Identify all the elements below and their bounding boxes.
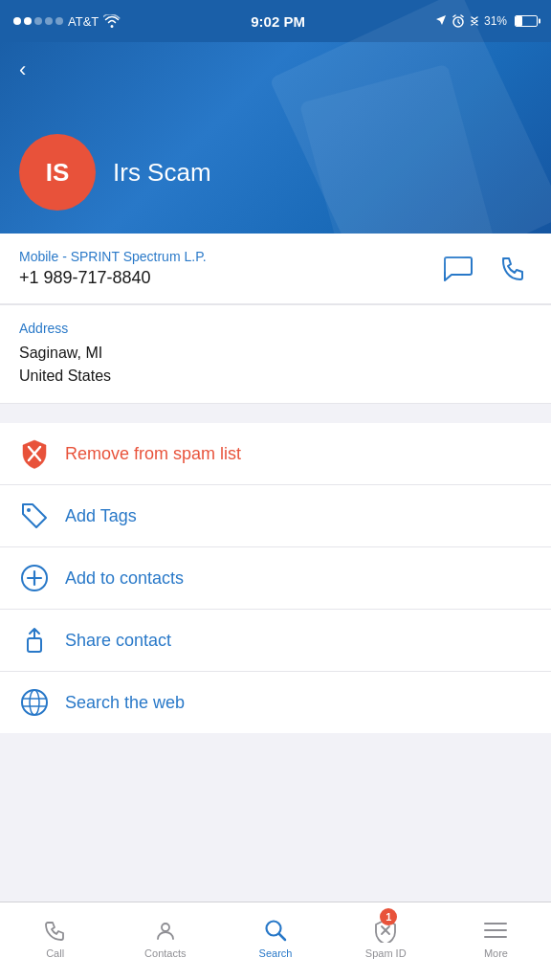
tab-call-label: Call	[46, 947, 64, 959]
status-left: AT&T	[13, 14, 121, 29]
signal-dot-2	[24, 17, 32, 25]
address-section: Address Saginaw, MI United States	[0, 304, 551, 404]
add-contact-icon	[20, 564, 49, 592]
call-tab-icon	[42, 917, 69, 944]
address-line1: Saginaw, MI	[19, 345, 102, 361]
svg-point-8	[22, 690, 47, 715]
battery-container	[512, 15, 538, 27]
signal-dot-5	[55, 17, 63, 25]
avatar: IS	[19, 134, 96, 211]
content-scroll: ‹ IS Irs Scam Mobile - SPRINT Spectrum L…	[0, 42, 551, 812]
svg-line-14	[279, 934, 285, 940]
add-contact-item[interactable]: Add to contacts	[0, 547, 551, 610]
add-tags-item[interactable]: Add Tags	[0, 485, 551, 547]
svg-rect-7	[28, 638, 41, 652]
call-button[interactable]	[496, 251, 532, 287]
call-icon	[497, 253, 530, 285]
search-web-item[interactable]: Search the web	[0, 672, 551, 733]
share-contact-item[interactable]: Share contact	[0, 610, 551, 672]
back-button[interactable]: ‹	[13, 52, 32, 88]
tag-icon-container	[19, 501, 50, 531]
add-tags-label: Add Tags	[65, 506, 137, 526]
tab-bar: Call Contacts Search 1	[0, 902, 551, 980]
carrier-label: AT&T	[68, 14, 99, 29]
share-contact-label: Share contact	[65, 631, 171, 651]
share-icon-container	[19, 625, 50, 656]
signal-dot-4	[45, 17, 53, 25]
tab-call[interactable]: Call	[0, 902, 110, 980]
battery-percent: 31%	[484, 14, 507, 28]
contacts-tab-icon	[152, 917, 179, 944]
signal-dots	[13, 17, 63, 25]
search-web-label: Search the web	[65, 693, 185, 713]
battery-fill	[516, 16, 522, 26]
svg-point-9	[30, 690, 39, 715]
add-contact-label: Add to contacts	[65, 568, 184, 589]
search-tab-icon	[262, 917, 289, 944]
phone-info: Mobile - SPRINT Spectrum L.P. +1 989-717…	[19, 249, 207, 288]
spam-shield-icon-container	[19, 438, 50, 469]
tab-more[interactable]: More	[441, 902, 551, 980]
tab-contacts-label: Contacts	[144, 947, 186, 959]
signal-dot-3	[34, 17, 42, 25]
spam-shield-icon	[20, 438, 49, 469]
phone-number: +1 989-717-8840	[19, 268, 207, 288]
web-icon	[20, 688, 49, 717]
wifi-icon	[103, 14, 121, 28]
tab-more-label: More	[484, 947, 508, 959]
tab-contacts[interactable]: Contacts	[110, 902, 220, 980]
web-icon-container	[19, 687, 50, 718]
signal-dot-1	[13, 17, 21, 25]
svg-point-3	[27, 508, 31, 512]
contact-info-hero: IS Irs Scam	[19, 134, 211, 211]
spam-id-badge: 1	[380, 908, 397, 925]
contact-name: Irs Scam	[113, 158, 211, 188]
tag-icon	[20, 501, 49, 530]
section-separator	[0, 404, 551, 423]
phone-label: Mobile - SPRINT Spectrum L.P.	[19, 249, 207, 264]
tab-search[interactable]: Search	[220, 902, 330, 980]
remove-spam-label: Remove from spam list	[65, 444, 241, 464]
action-list: Remove from spam list Add Tags Add to	[0, 423, 551, 733]
remove-spam-item[interactable]: Remove from spam list	[0, 423, 551, 485]
hero-section: ‹ IS Irs Scam	[0, 42, 551, 234]
tab-search-label: Search	[259, 947, 293, 959]
share-icon	[20, 625, 49, 656]
address-line2: United States	[19, 368, 111, 384]
tab-spam-id[interactable]: 1 Spam ID	[331, 902, 441, 980]
svg-point-12	[162, 924, 169, 931]
status-time: 9:02 PM	[251, 13, 305, 30]
tab-spam-id-label: Spam ID	[365, 947, 407, 959]
battery	[515, 15, 538, 27]
more-tab-icon	[482, 917, 509, 944]
address-label: Address	[19, 321, 532, 336]
address-value: Saginaw, MI United States	[19, 342, 532, 388]
add-contact-icon-container	[19, 563, 50, 593]
